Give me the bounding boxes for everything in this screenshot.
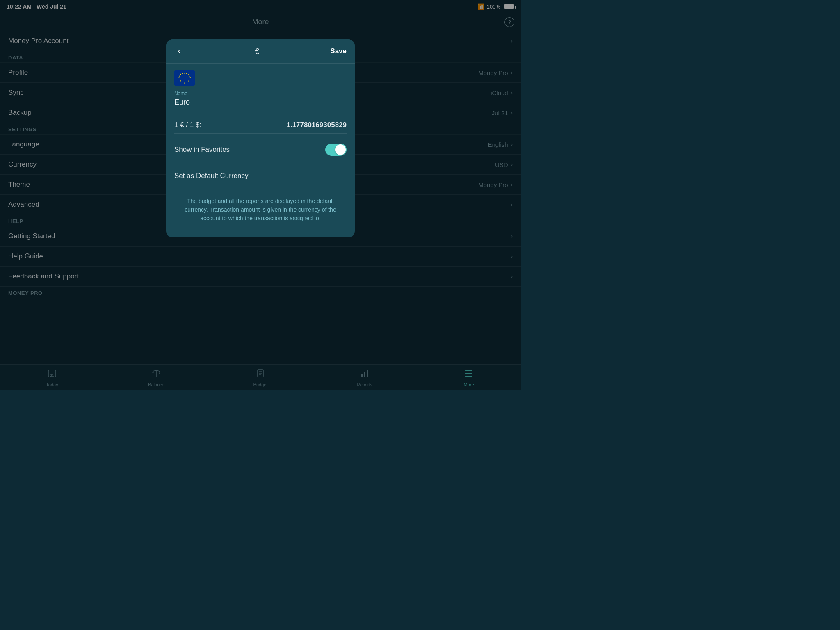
toggle-knob <box>335 144 346 155</box>
currency-detail-modal: ‹ € Save ★ ★ ★ ★ ★ ★ ★ <box>166 39 355 237</box>
svg-text:★: ★ <box>179 75 180 77</box>
show-favorites-label: Show in Favorites <box>174 146 230 154</box>
set-default-label: Set as Default Currency <box>174 172 248 180</box>
modal-header: ‹ € Save <box>166 39 355 64</box>
eu-flag-icon: ★ ★ ★ ★ ★ ★ ★ ★ ★ ★ ★ ★ <box>174 70 195 86</box>
currency-flag: ★ ★ ★ ★ ★ ★ ★ ★ ★ ★ ★ ★ <box>174 70 195 86</box>
name-field-group: Name Euro <box>174 91 347 111</box>
set-default-currency-row[interactable]: Set as Default Currency <box>174 166 347 186</box>
exchange-rate-row: 1 € / 1 $: 1.17780169305829 <box>174 117 347 134</box>
name-field-value[interactable]: Euro <box>174 98 347 107</box>
svg-text:★: ★ <box>182 73 183 75</box>
svg-text:★: ★ <box>186 73 187 75</box>
modal-back-button[interactable]: ‹ <box>174 45 184 57</box>
rate-label: 1 € / 1 $: <box>174 121 201 129</box>
modal-body: ★ ★ ★ ★ ★ ★ ★ ★ ★ ★ ★ ★ <box>166 64 355 237</box>
svg-text:★: ★ <box>189 75 190 77</box>
rate-value[interactable]: 1.17780169305829 <box>286 121 347 129</box>
show-favorites-toggle[interactable] <box>325 144 347 156</box>
modal-note-text: The budget and all the reports are displ… <box>174 193 347 231</box>
name-field-label: Name <box>174 91 347 96</box>
modal-title: € <box>255 47 259 56</box>
modal-save-button[interactable]: Save <box>330 47 347 55</box>
show-favorites-row: Show in Favorites <box>174 139 347 160</box>
